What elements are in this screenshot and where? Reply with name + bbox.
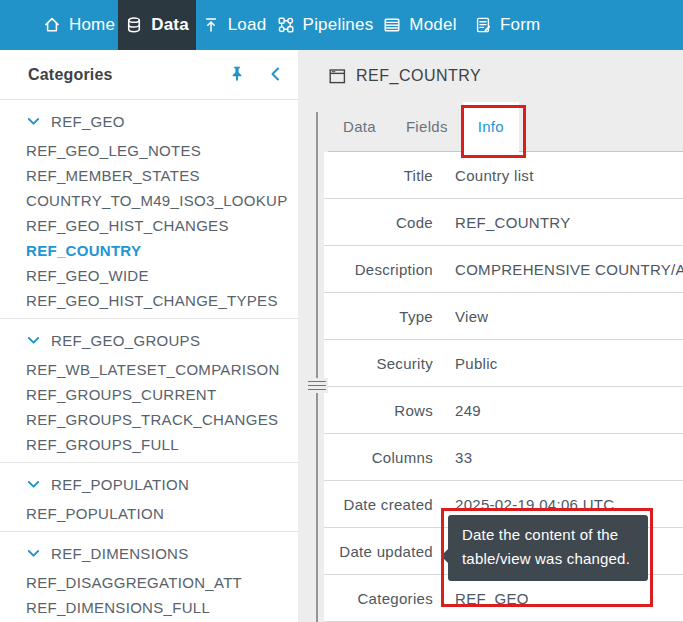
tree-item[interactable]: COUNTRY_TO_M49_ISO3_LOOKUP — [26, 188, 298, 213]
sidebar-header: Categories — [0, 50, 298, 100]
nav-item-data[interactable]: Data — [118, 0, 196, 50]
info-row-label: Date updated — [324, 543, 433, 560]
tree-section-ref-geo-groups: REF_GEO_GROUPS REF_WB_LATESET_COMPARISON… — [0, 319, 298, 463]
info-row-label: Code — [324, 214, 433, 231]
home-icon — [43, 16, 61, 34]
collapse-left-icon[interactable] — [267, 65, 285, 83]
tree-section-label: REF_GEO — [51, 113, 125, 130]
nav-item-load[interactable]: Load — [196, 0, 272, 50]
nav-item-label: Home — [69, 15, 115, 35]
info-row-code: Code REF_COUNTRY — [324, 199, 683, 246]
nav-item-home[interactable]: Home — [40, 0, 118, 50]
tree-section-ref-geo: REF_GEO REF_GEO_LEG_NOTES REF_MEMBER_STA… — [0, 100, 298, 319]
tooltip-text: Date the content of the table/view was c… — [462, 526, 630, 567]
tree-item[interactable]: REF_GROUPS_FULL — [26, 432, 298, 457]
nav-item-label: Model — [409, 15, 456, 35]
info-row-value: Public — [455, 355, 498, 372]
info-row-label: Title — [324, 167, 433, 184]
nav-item-label: Form — [500, 15, 540, 35]
info-row-value: Country list — [455, 167, 534, 184]
info-row-title: Title Country list — [324, 152, 683, 199]
tree-item-list: REF_GEO_LEG_NOTES REF_MEMBER_STATES COUN… — [0, 138, 298, 313]
splitter-grip-icon[interactable] — [306, 378, 328, 393]
tree-item[interactable]: REF_POPULATION — [26, 501, 298, 526]
top-nav: Home Data Load Pipelines Model — [0, 0, 683, 50]
info-row-value: COMPREHENSIVE COUNTRY/AREA — [455, 261, 683, 278]
info-row-value: 249 — [455, 402, 481, 419]
table-window-icon — [328, 67, 347, 86]
tab-data[interactable]: Data — [328, 102, 391, 151]
tree-section-header[interactable]: REF_GEO — [0, 106, 298, 136]
info-row-label: Categories — [324, 590, 433, 607]
tree-section-label: REF_DIMENSIONS — [51, 545, 189, 562]
tab-info[interactable]: Info — [463, 102, 519, 155]
upload-icon — [202, 16, 220, 34]
info-row-value: REF_COUNTRY — [455, 214, 571, 231]
nav-item-label: Data — [151, 15, 189, 35]
chevron-down-icon — [26, 477, 41, 492]
tooltip: Date the content of the table/view was c… — [448, 515, 648, 581]
info-row-label: Rows — [324, 402, 433, 419]
sidebar: Categories REF_GEO REF_GEO_LEG_NOTES REF… — [0, 50, 298, 622]
tree-item-list: REF_DISAGGREGATION_ATT REF_DIMENSIONS_FU… — [0, 570, 298, 620]
tree-item[interactable]: REF_DIMENSIONS_FULL — [26, 595, 298, 620]
tree-section-ref-dimensions: REF_DIMENSIONS REF_DISAGGREGATION_ATT RE… — [0, 532, 298, 622]
tree-item-list: REF_WB_LATESET_COMPARISON REF_GROUPS_CUR… — [0, 357, 298, 457]
tree-section-header[interactable]: REF_DIMENSIONS — [0, 538, 298, 568]
chevron-down-icon — [26, 546, 41, 561]
sidebar-title: Categories — [28, 66, 113, 84]
tree-item[interactable]: REF_GEO_LEG_NOTES — [26, 138, 298, 163]
tab-fields[interactable]: Fields — [391, 102, 463, 151]
info-row-security: Security Public — [324, 340, 683, 387]
info-row-value: 2025-02-19 04:06 UTC — [455, 496, 614, 513]
tree-item[interactable]: REF_GROUPS_CURRENT — [26, 382, 298, 407]
info-row-value: 33 — [455, 449, 472, 466]
tree-section-header[interactable]: REF_POPULATION — [0, 469, 298, 499]
tree-item[interactable]: REF_GEO_HIST_CHANGES — [26, 213, 298, 238]
app-window: Home Data Load Pipelines Model — [0, 0, 683, 622]
main-header: REF_COUNTRY — [298, 50, 683, 102]
tree-item-list: REF_POPULATION — [0, 501, 298, 526]
info-row-label: Description — [324, 261, 433, 278]
chevron-down-icon — [26, 114, 41, 129]
form-icon — [474, 16, 492, 34]
tree-item[interactable]: REF_GEO_WIDE — [26, 263, 298, 288]
tree-item[interactable]: REF_WB_LATESET_COMPARISON — [26, 357, 298, 382]
tree-section-label: REF_POPULATION — [51, 476, 189, 493]
pipelines-icon — [277, 16, 295, 34]
info-row-label: Type — [324, 308, 433, 325]
info-row-value: View — [455, 308, 488, 325]
tree-section-ref-population: REF_POPULATION REF_POPULATION — [0, 463, 298, 532]
tab-bar: Data Fields Info — [328, 102, 683, 152]
model-icon — [383, 16, 401, 34]
tree-item[interactable]: REF_MEMBER_STATES — [26, 163, 298, 188]
nav-item-label: Pipelines — [303, 15, 374, 35]
database-icon — [125, 16, 143, 34]
tree-section-header[interactable]: REF_GEO_GROUPS — [0, 325, 298, 355]
nav-item-form[interactable]: Form — [462, 0, 683, 50]
info-row-categories: Categories REF_GEO — [324, 575, 683, 622]
tree-item[interactable]: REF_DISAGGREGATION_ATT — [26, 570, 298, 595]
page-title: REF_COUNTRY — [356, 67, 481, 85]
chevron-down-icon — [26, 333, 41, 348]
tree-item[interactable]: REF_GROUPS_TRACK_CHANGES — [26, 407, 298, 432]
tree-item[interactable]: REF_GEO_HIST_CHANGE_TYPES — [26, 288, 298, 313]
tree-section-label: REF_GEO_GROUPS — [51, 332, 200, 349]
info-row-description: Description COMPREHENSIVE COUNTRY/AREA — [324, 246, 683, 293]
info-row-label: Date created — [324, 496, 433, 513]
info-row-rows: Rows 249 — [324, 387, 683, 434]
info-row-label: Columns — [324, 449, 433, 466]
info-row-columns: Columns 33 — [324, 434, 683, 481]
nav-item-model[interactable]: Model — [378, 0, 462, 50]
pin-icon[interactable] — [228, 65, 246, 83]
info-row-value: REF_GEO — [455, 590, 529, 607]
nav-item-label: Load — [228, 15, 267, 35]
info-row-label: Security — [324, 355, 433, 372]
tree-item-selected[interactable]: REF_COUNTRY — [26, 238, 298, 263]
info-row-type: Type View — [324, 293, 683, 340]
nav-item-pipelines[interactable]: Pipelines — [272, 0, 378, 50]
pane-splitter[interactable] — [316, 112, 318, 622]
